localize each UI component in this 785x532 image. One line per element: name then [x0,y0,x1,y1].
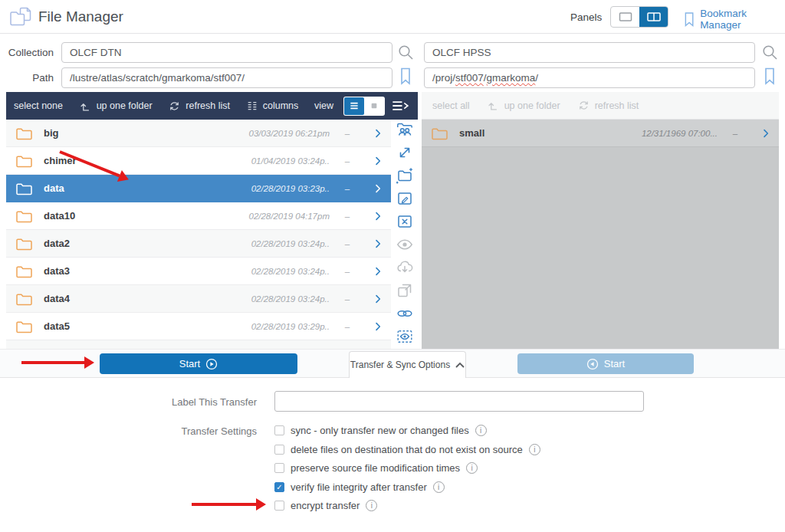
right-collection-search-icon[interactable] [761,44,779,61]
left-path-bookmark-icon[interactable] [399,67,412,86]
folder-icon [15,153,33,168]
refresh-icon [168,100,181,113]
file-date: 02/28/2019 03:24p.. [247,294,330,304]
collection-label: Collection [0,47,54,58]
panels-toggle[interactable] [610,6,668,28]
refresh-icon [577,99,590,112]
file-name: small [459,127,635,139]
info-icon[interactable]: i [433,481,445,493]
file-name: data2 [44,238,247,249]
folder-icon [15,236,33,251]
tile-view-button[interactable] [364,97,384,115]
right-path-input[interactable]: /proj/stf007/gmarkoma/ [424,67,755,88]
delete-icon[interactable] [396,212,414,231]
file-date: 02/28/2019 03:24p.. [247,267,330,276]
chevron-right-icon[interactable] [753,127,779,140]
select-none-label: select none [14,100,63,111]
info-icon[interactable]: i [475,425,487,436]
file-row[interactable]: big 03/03/2019 06:21pm – [6,120,391,147]
annotation-arrow-start-button [21,361,84,364]
share-icon[interactable] [396,120,414,139]
chevron-right-icon[interactable] [365,127,391,140]
open-icon[interactable] [396,281,414,300]
file-row[interactable]: data2 02/28/2019 03:24p.. – [6,230,391,258]
preserve-times-checkbox[interactable] [274,463,284,473]
folder-icon [15,319,33,333]
file-size: – [718,129,753,138]
file-row[interactable]: data 02/28/2019 03:23p.. – [6,175,391,202]
columns-label: columns [263,100,299,111]
file-row[interactable]: data10 02/28/2019 04:17pm – [6,202,391,230]
new-folder-icon[interactable] [396,166,414,185]
file-row[interactable]: data4 02/28/2019 03:24p.. – [6,285,391,313]
file-size: – [330,184,365,193]
info-icon[interactable]: i [529,444,540,455]
sync-checkbox[interactable] [274,425,284,435]
view-icon[interactable] [396,235,414,254]
show-hidden-icon[interactable] [396,327,414,346]
folder-icon [15,126,33,140]
left-path-input[interactable] [61,67,392,88]
bookmark-icon [684,11,695,28]
chevron-right-icon[interactable] [365,210,391,222]
start-transfer-left-button[interactable]: Start [100,353,297,374]
left-collection-search-icon[interactable] [397,44,415,61]
transfer-label-input[interactable] [274,391,644,412]
select-none-button[interactable]: select none [14,100,63,111]
left-collection-input[interactable] [61,42,392,63]
action-icon-strip [391,120,418,349]
bookmark-manager-link[interactable]: Bookmark Manager [684,8,785,31]
verify-integrity-checkbox[interactable] [274,482,284,492]
file-row[interactable]: data3 02/28/2019 03:24p.. – [6,258,391,285]
chevron-right-icon[interactable] [365,182,391,195]
rename-icon[interactable] [396,189,414,208]
refresh-list-label: refresh list [595,100,639,111]
file-row[interactable]: data5 02/28/2019 03:29p.. – [6,313,391,340]
up-arrow-icon [487,99,500,112]
right-collection-input[interactable] [424,42,755,63]
path-segment: /proj/ [432,72,455,84]
get-link-icon[interactable] [396,304,414,323]
encrypt-transfer-checkbox[interactable] [274,501,284,511]
chevron-right-icon[interactable] [365,320,391,333]
file-size: – [330,156,365,166]
single-panel-button[interactable] [611,7,639,27]
right-path-bookmark-icon[interactable] [764,67,776,86]
file-date: 02/28/2019 03:24p.. [247,239,330,248]
chevron-right-icon[interactable] [365,293,391,305]
folder-icon [15,264,33,278]
right-refresh-list-button[interactable]: refresh list [577,99,639,112]
download-icon[interactable] [396,258,414,277]
file-name: big [44,127,247,139]
preserve-option-label: preserve source file modification times [291,462,460,474]
view-toggle[interactable] [343,97,385,116]
up-one-folder-button[interactable]: up one folder [79,100,153,113]
dual-panel-button[interactable] [639,7,668,27]
columns-button[interactable]: columns [246,100,299,112]
folder-icon [15,181,33,195]
delete-files-checkbox[interactable] [274,445,284,455]
refresh-list-button[interactable]: refresh list [168,100,230,113]
encrypt-option-label: encrypt transfer [291,500,360,511]
view-label: view [314,100,333,111]
file-name: data [44,182,247,194]
transfer-sync-options-tab[interactable]: Transfer & Sync Options [349,351,466,378]
transfer-settings-label: Transfer Settings [100,425,257,437]
panel-menu-button[interactable] [390,99,410,113]
chevron-right-icon[interactable] [365,155,391,167]
info-icon[interactable]: i [466,462,478,474]
chevron-right-icon[interactable] [365,238,391,250]
select-all-button[interactable]: select all [432,100,470,111]
file-row[interactable]: small 12/31/1969 07:00... – [422,120,779,147]
file-row-partial[interactable] [6,340,391,349]
start-transfer-right-button[interactable]: Start [517,353,694,374]
sync-option-row: sync - only transfer new or changed file… [274,425,487,436]
info-icon[interactable]: i [366,500,377,511]
transfer-icon[interactable] [396,143,414,162]
list-view-button[interactable] [344,97,364,115]
path-segment-misspelled: stf007 [455,72,484,84]
refresh-list-label: refresh list [186,100,230,111]
chevron-right-icon[interactable] [365,265,391,277]
right-up-one-folder-button[interactable]: up one folder [487,99,560,112]
up-one-folder-label: up one folder [504,100,560,111]
